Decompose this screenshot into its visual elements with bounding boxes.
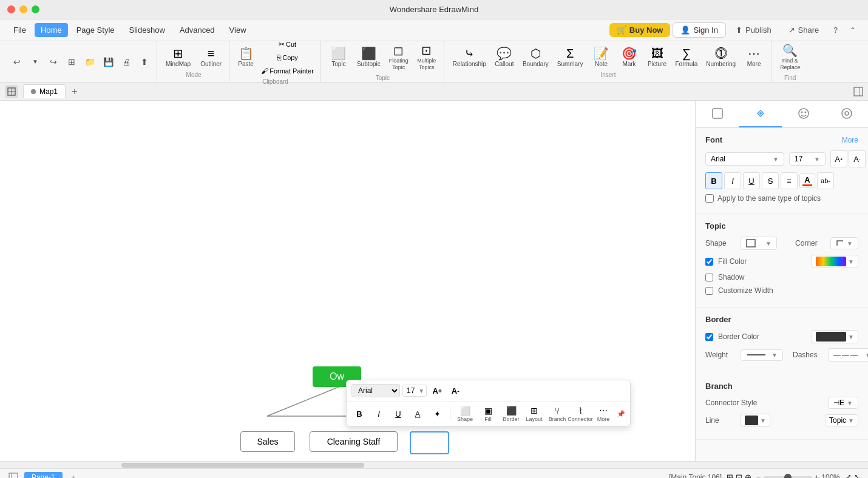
outliner-button[interactable]: ≡ Outliner [197,45,225,70]
border-color-checkbox[interactable] [705,333,713,341]
floating-topic-button[interactable]: ◻ FloatingTopic [385,42,412,73]
apply-same-checkbox[interactable] [705,194,714,203]
strikethrough-format-btn[interactable]: S [762,172,779,189]
tab-stickers[interactable] [782,101,825,127]
zoom-slider[interactable] [764,476,812,479]
font-name-dropdown[interactable]: Arial ▼ [705,152,784,166]
expand-view-button[interactable]: ⤢ [845,473,852,478]
italic-format-btn[interactable]: I [724,172,741,189]
customize-width-checkbox[interactable] [705,287,713,295]
line-type-dropdown[interactable]: Topic ▼ [825,414,858,426]
mindmap-button[interactable]: ⊞ MindMap [162,45,194,70]
page1-tab[interactable]: Page-1 [24,472,63,479]
map1-tab[interactable]: Map1 [23,84,66,98]
underline-button[interactable]: U [390,406,406,422]
menu-page-style[interactable]: Page Style [70,23,121,37]
multiple-topics-button[interactable]: ⊡ MultipleTopics [413,42,440,73]
layout-icon-btn[interactable]: ⊞ Layout [524,404,544,423]
zoom-out-button[interactable]: − [756,473,761,478]
branch-icon-btn[interactable]: ⑂ Branch [548,404,567,423]
floating-font-name-select[interactable]: Arial [351,384,400,397]
weight-dropdown[interactable]: ▼ [741,349,783,361]
connector-style-dropdown[interactable]: ⊣E ▼ [828,397,858,409]
add-page-button[interactable]: + [67,471,80,479]
menu-view[interactable]: View [223,23,253,37]
print-button[interactable]: 🖨 [118,53,135,70]
line-color-dropdown[interactable]: ▼ [741,414,770,427]
zoom-in-button[interactable]: + [815,473,819,478]
fill-color-checkbox[interactable] [705,258,713,266]
cut-button[interactable]: ✂ Cut [259,38,316,50]
open-button[interactable]: 📁 [81,53,98,70]
increase-font-button[interactable]: A+ [429,383,445,399]
decrease-font-button[interactable]: A- [447,383,463,399]
topic-button[interactable]: ⬜ Topic [325,42,352,73]
sign-in-button[interactable]: 👤 Sign In [673,22,725,38]
toolbar-pin-button[interactable]: 📌 [617,409,625,418]
border-color-swatch-btn[interactable]: ▼ [812,330,858,343]
numbering-button[interactable]: ⓵ Numbering [702,45,739,70]
close-button[interactable] [7,5,15,13]
export-button[interactable]: ⬆ [136,53,153,70]
horizontal-scrollbar[interactable] [0,461,868,468]
bold-button[interactable]: B [351,406,367,422]
more-insert-button[interactable]: ⋯ More [741,45,767,70]
zoom-fit-button[interactable]: ⊕ [745,473,751,478]
minimize-button[interactable] [19,5,27,13]
grid-view-button[interactable]: ⊞ [727,473,733,478]
dashes-dropdown[interactable]: ——— ▼ [828,348,868,362]
relationship-button[interactable]: ⤷ Relationship [449,45,490,70]
highlight-button[interactable]: ✦ [429,406,445,422]
add-tab-button[interactable]: + [68,85,81,98]
border-icon-btn[interactable]: ⬛ Border [501,404,521,423]
help-button[interactable]: ? [829,24,843,37]
collapse-panel-button[interactable]: ⤡ [854,473,861,478]
font-size-dropdown[interactable]: 17 ▼ [789,152,826,166]
empty-node[interactable] [410,431,449,454]
shape-icon-btn[interactable]: ⬜ Shape [455,404,475,423]
picture-button[interactable]: 🖼 Picture [644,45,671,70]
menu-file[interactable]: File [7,23,32,37]
align-format-btn[interactable]: ≡ [781,172,798,189]
undo-button[interactable]: ↩ [8,53,25,70]
note-button[interactable]: 📝 Note [588,45,615,70]
subtopic-button[interactable]: ⬛ Subtopic [353,42,384,73]
font-more-link[interactable]: More [842,136,858,144]
text-color-btn[interactable]: A [799,172,815,189]
canvas[interactable]: Ow Sales Cleaning Staff Arial 17 ▼ A+ [0,101,695,461]
fit-view-button[interactable]: ⊡ [736,473,742,478]
fill-icon-btn[interactable]: ▣ Fill [478,404,498,423]
copy-button[interactable]: ⎘ Copy [259,52,316,64]
mark-button[interactable]: 🎯 Mark [616,45,643,70]
tab-topic-style[interactable] [696,101,739,127]
scrollbar-thumb[interactable] [121,463,364,468]
undo-dropdown[interactable]: ▼ [27,53,44,70]
italic-button[interactable]: I [371,406,387,422]
sales-node[interactable]: Sales [240,431,295,452]
shape-dropdown[interactable]: ▼ [741,237,777,250]
tab-theme[interactable] [825,101,868,127]
menu-advanced[interactable]: Advanced [174,23,221,37]
fill-color-swatch-btn[interactable]: ▼ [812,255,858,268]
corner-dropdown[interactable]: ▼ [830,237,858,249]
menu-home[interactable]: Home [35,23,68,37]
shadow-checkbox[interactable] [705,274,713,281]
expand-button[interactable]: ⌃ [845,24,861,37]
font-size-dropdown-arrow[interactable]: ▼ [418,388,426,394]
bold-format-btn[interactable]: B [705,172,722,189]
callout-button[interactable]: 💬 Callout [491,45,518,70]
floating-font-size[interactable]: 17 [403,385,418,396]
connector-icon-btn[interactable]: ⌇ Connector [571,404,590,423]
menu-slideshow[interactable]: Slideshow [123,23,171,37]
cleaning-staff-node[interactable]: Cleaning Staff [310,431,398,452]
share-button[interactable]: ↗ Share [781,23,827,37]
paste-button[interactable]: 📋 Paste [234,38,257,77]
redo-button[interactable]: ↪ [45,53,62,70]
format-painter-button[interactable]: 🖌 Format Painter [259,65,316,77]
panel-toggle-button[interactable] [853,87,863,96]
maximize-button[interactable] [32,5,39,13]
text-color-button[interactable]: A [410,406,426,422]
decrease-font-size-btn[interactable]: A- [849,150,866,167]
text-bg-btn[interactable]: ab- [817,172,834,189]
formula-button[interactable]: ∑ Formula [672,45,702,70]
